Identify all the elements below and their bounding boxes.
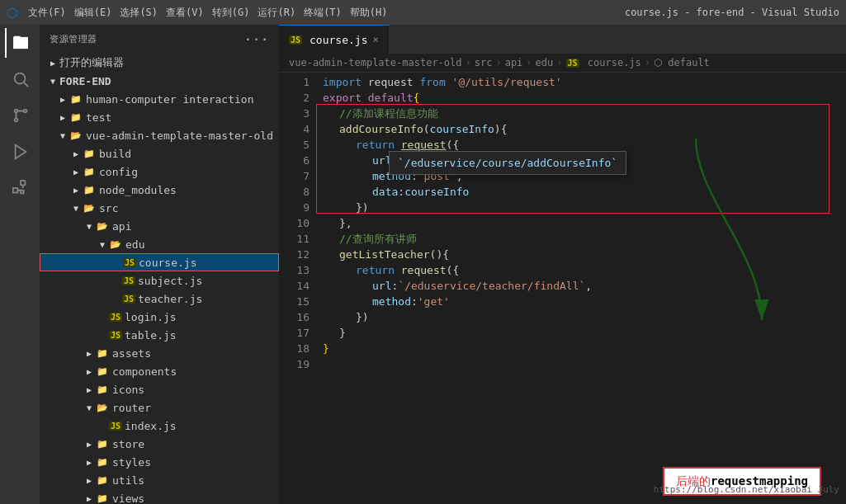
code-line-6: url:`/eduservice/course/addCourseInfo`, … — [323, 153, 846, 168]
api-folder-icon: 📂 — [96, 219, 109, 233]
sidebar-item-edu[interactable]: ▼ 📂 edu — [40, 235, 279, 253]
src-folder-icon: 📂 — [83, 201, 96, 214]
tab-bar: JS course.js × — [279, 25, 846, 54]
menu-help[interactable]: 帮助(H) — [350, 6, 388, 20]
router-arrow: ▼ — [83, 401, 96, 414]
sidebar-item-vue-admin[interactable]: ▼ 📂 vue-admin-template-master-old — [40, 126, 279, 144]
sidebar-options-icon[interactable]: ··· — [244, 31, 269, 47]
sidebar-item-views[interactable]: ▶ 📁 views — [40, 489, 279, 504]
sidebar-item-node-modules[interactable]: ▶ 📁 node_modules — [40, 181, 279, 199]
menu-view[interactable]: 查看(V) — [166, 6, 204, 20]
menu-run[interactable]: 运行(R) — [258, 6, 295, 20]
course-js-tab[interactable]: JS course.js × — [279, 25, 390, 54]
breadcrumb-part-0: vue-admin-template-master-old — [289, 57, 462, 68]
node-modules-label: node_modules — [99, 184, 177, 196]
sidebar-item-course-js[interactable]: ▶ JS course.js — [40, 253, 279, 271]
menu-file[interactable]: 文件(F) — [28, 6, 66, 20]
api-label: api — [112, 220, 131, 233]
code-editor[interactable]: 1 2 3 4 5 6 7 8 9 10 11 12 13 14 15 16 1… — [279, 73, 846, 504]
views-label: views — [112, 492, 144, 505]
sidebar-item-components[interactable]: ▶ 📁 components — [40, 362, 279, 380]
tab-close-icon[interactable]: × — [373, 34, 379, 45]
login-js-label: login.js — [125, 311, 177, 323]
menu-bar[interactable]: 文件(F) 编辑(E) 选择(S) 查看(V) 转到(G) 运行(R) 终端(T… — [28, 6, 388, 20]
sidebar-item-human-computer[interactable]: ▶ 📁 human-computer interaction — [40, 90, 279, 108]
sidebar-item-src[interactable]: ▼ 📂 src — [40, 199, 279, 217]
breadcrumb-sep-1: › — [495, 57, 501, 68]
sidebar-item-login-js[interactable]: ▶ JS login.js — [40, 308, 279, 326]
src-label: src — [99, 202, 118, 214]
human-computer-arrow: ▶ — [56, 92, 69, 106]
router-index-js-badge: JS — [109, 422, 122, 431]
router-label: router — [112, 402, 151, 414]
activity-extensions-icon[interactable] — [5, 173, 35, 203]
code-line-16: }) — [323, 309, 846, 325]
menu-goto[interactable]: 转到(G) — [212, 6, 250, 20]
sidebar-item-styles[interactable]: ▶ 📁 styles — [40, 453, 279, 471]
activity-bar — [0, 25, 40, 504]
menu-select[interactable]: 选择(S) — [120, 6, 158, 20]
code-line-18: } — [323, 341, 846, 356]
test-arrow: ▶ — [56, 111, 69, 124]
activity-source-control-icon[interactable] — [5, 101, 35, 130]
fore-end-root[interactable]: ▼ FORE-END — [40, 72, 279, 90]
vue-admin-folder-icon: 📂 — [69, 129, 83, 142]
url-tooltip: `/eduservice/course/addCourseInfo` — [389, 151, 626, 175]
store-arrow: ▶ — [83, 437, 96, 450]
views-folder-icon: 📁 — [96, 492, 109, 504]
activity-files-icon[interactable] — [5, 28, 35, 58]
sidebar-item-config[interactable]: ▶ 📁 config — [40, 163, 279, 181]
code-line-11: //查询所有讲师 — [323, 231, 846, 247]
breadcrumb-sep-4: › — [645, 57, 650, 68]
teacher-js-badge: JS — [122, 294, 135, 304]
svg-rect-7 — [13, 188, 18, 193]
open-editors-label: 打开的编辑器 — [59, 55, 124, 70]
course-js-label: course.js — [139, 257, 196, 269]
breadcrumb-sep-2: › — [526, 57, 532, 68]
sidebar-item-teacher-js[interactable]: ▶ JS teacher.js — [40, 290, 279, 308]
subject-js-label: subject.js — [138, 275, 202, 287]
icons-folder-icon: 📁 — [96, 383, 109, 396]
code-line-14: url:`/eduservice/teacher/findAll`, — [323, 278, 846, 294]
breadcrumb-sep-3: › — [556, 57, 562, 68]
file-tree: ▶ 打开的编辑器 ▼ FORE-END ▶ 📁 human-computer i… — [40, 54, 279, 504]
assets-label: assets — [112, 347, 151, 360]
build-label: build — [99, 148, 131, 160]
app-logo-icon: ⬡ — [7, 5, 18, 21]
activity-debug-icon[interactable] — [5, 137, 35, 167]
sidebar-item-icons[interactable]: ▶ 📁 icons — [40, 380, 279, 398]
store-folder-icon: 📁 — [96, 437, 109, 450]
breadcrumb-part-4: JS course.js — [566, 57, 641, 68]
menu-terminal[interactable]: 终端(T) — [304, 6, 342, 20]
assets-arrow: ▶ — [83, 346, 96, 360]
node-modules-arrow: ▶ — [69, 183, 83, 196]
sidebar-item-utils[interactable]: ▶ 📁 utils — [40, 471, 279, 489]
tab-js-icon: JS — [289, 35, 302, 45]
human-computer-folder-icon: 📁 — [69, 92, 83, 106]
open-editors-section[interactable]: ▶ 打开的编辑器 — [40, 54, 279, 72]
code-line-2: export default{ — [323, 90, 846, 106]
sidebar-item-table-js[interactable]: ▶ JS table.js — [40, 326, 279, 344]
activity-search-icon[interactable] — [5, 64, 35, 94]
sidebar-item-api[interactable]: ▼ 📂 api — [40, 217, 279, 235]
sidebar-item-router-index-js[interactable]: ▶ JS index.js — [40, 417, 279, 435]
components-arrow: ▶ — [83, 365, 96, 378]
svg-point-5 — [15, 110, 18, 113]
svg-point-3 — [15, 119, 18, 122]
code-line-10: }, — [323, 215, 846, 231]
menu-edit[interactable]: 编辑(E) — [74, 6, 112, 20]
title-bar: ⬡ 文件(F) 编辑(E) 选择(S) 查看(V) 转到(G) 运行(R) 终端… — [0, 0, 846, 25]
styles-folder-icon: 📁 — [96, 455, 109, 469]
sidebar-item-store[interactable]: ▶ 📁 store — [40, 435, 279, 453]
sidebar-item-test[interactable]: ▶ 📁 test — [40, 108, 279, 126]
node-modules-folder-icon: 📁 — [83, 183, 96, 196]
sidebar-item-assets[interactable]: ▶ 📁 assets — [40, 344, 279, 362]
code-line-17: } — [323, 325, 846, 341]
components-label: components — [112, 365, 177, 378]
sidebar-item-router[interactable]: ▼ 📂 router — [40, 398, 279, 417]
code-line-8: data:courseInfo — [323, 184, 846, 200]
sidebar-item-build[interactable]: ▶ 📁 build — [40, 144, 279, 163]
styles-label: styles — [112, 456, 151, 469]
sidebar-item-subject-js[interactable]: ▶ JS subject.js — [40, 271, 279, 290]
human-computer-label: human-computer interaction — [86, 93, 254, 106]
